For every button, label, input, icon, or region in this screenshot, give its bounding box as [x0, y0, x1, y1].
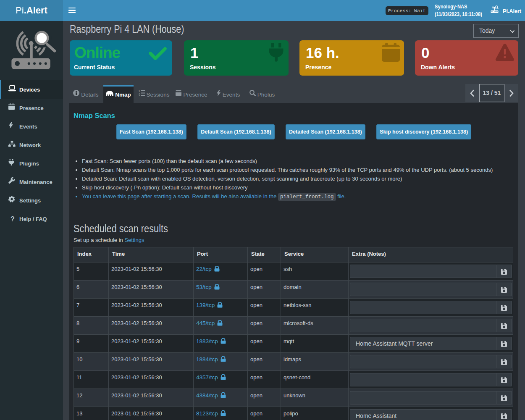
svg-text:3: 3	[139, 94, 140, 96]
